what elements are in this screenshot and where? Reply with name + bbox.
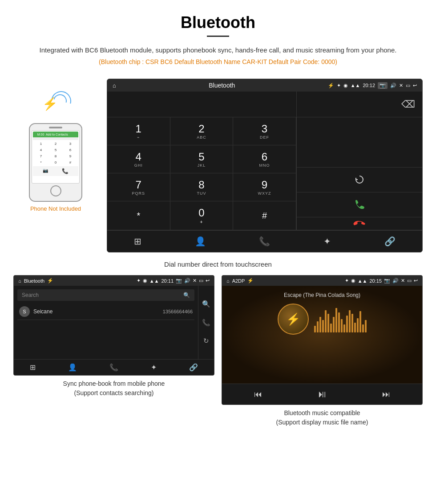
pb-home-icon: ⌂ xyxy=(18,278,21,284)
music-status-left: ⌂ A2DP ⚡ xyxy=(226,278,254,284)
contact-row: S Seicane 13566664466 xyxy=(17,304,194,320)
back-icon[interactable]: ↩ xyxy=(413,83,417,88)
orange-info: (Bluetooth chip : CSR BC6 Default Blueto… xyxy=(27,58,409,65)
pb-side-phone-icon[interactable]: 📞 xyxy=(202,319,210,327)
eq-bar xyxy=(333,317,335,332)
phonebook-status-bar: ⌂ Bluetooth ⚡ ✦ ◉ ▲▲ 20:11 📷 🔊 ✕ ▭ ↩ xyxy=(14,276,214,286)
bottom-nav-bar: ⊞ 👤 📞 ✦ 🔗 xyxy=(107,230,422,252)
music-album-art: ⚡ xyxy=(278,304,309,335)
music-x: ✕ xyxy=(401,278,405,284)
main-section: ⚡ M:00 Add to Contacts 1 2 3 4 5 6 7 xyxy=(0,70,436,257)
phonebook-body-wrapper: Search 🔍 S Seicane 13566664466 🔍 📞 xyxy=(14,286,214,359)
pb-side-search-icon[interactable]: 🔍 xyxy=(202,300,210,308)
phonebook-side-icons: 🔍 📞 ↻ xyxy=(198,286,214,359)
pb-nav-bt[interactable]: ✦ xyxy=(151,363,157,372)
delete-button[interactable]: ⌫ xyxy=(296,92,422,117)
search-bar[interactable]: Search 🔍 xyxy=(17,289,194,301)
key-6[interactable]: 6 MNO xyxy=(233,145,296,173)
music-controls: ⏮ ⏯ ⏭ xyxy=(222,384,422,404)
phone-speaker xyxy=(49,127,62,128)
eq-bar xyxy=(317,321,319,332)
eq-bar xyxy=(319,317,321,332)
dial-display xyxy=(107,92,296,117)
home-icon[interactable]: ⌂ xyxy=(113,82,116,89)
description-text: Integrated with BC6 Bluetooth module, su… xyxy=(27,45,409,56)
pb-nav-grid[interactable]: ⊞ xyxy=(30,363,36,372)
eq-bar xyxy=(349,310,351,332)
car-status-bar: ⌂ Bluetooth ⚡ ✦ ◉ ▲▲ 20:12 📷 🔊 ✕ ▭ ↩ xyxy=(107,79,422,92)
music-signal: ▲▲ xyxy=(358,278,367,284)
phone-call-icon: 📞 xyxy=(62,168,69,174)
music-caption: Bluetooth music compatible (Support disp… xyxy=(222,405,423,429)
phone-not-included-label: Phone Not Included xyxy=(30,205,81,212)
eq-bars xyxy=(314,306,367,332)
music-vol: 🔊 xyxy=(392,278,399,284)
music-cam: 📷 xyxy=(384,278,390,284)
music-bt-status: ✦ xyxy=(345,278,349,284)
camera-btn[interactable]: 📷 xyxy=(378,82,388,89)
nav-phone-icon[interactable]: 📞 xyxy=(259,236,270,247)
dial-caption: Dial number direct from touchscreen xyxy=(0,257,436,275)
key-hash[interactable]: # xyxy=(233,201,296,230)
music-content: Escape (The Pina Colada Song) ⚡ xyxy=(222,286,422,341)
key-1[interactable]: 1 ⌁ xyxy=(107,117,170,145)
pb-nav-link[interactable]: 🔗 xyxy=(189,363,198,372)
music-caption-2: (Support display music file name) xyxy=(276,419,368,426)
pb-nav-user[interactable]: 👤 xyxy=(68,363,77,372)
dialpad-body: 1 ⌁ 2 ABC 3 DEF 4 GHI xyxy=(107,92,422,230)
key-0[interactable]: 0 + xyxy=(170,201,234,230)
phone-body: M:00 Add to Contacts 1 2 3 4 5 6 7 8 9 *… xyxy=(29,123,82,202)
search-placeholder: Search xyxy=(22,292,39,298)
volume-icon[interactable]: 🔊 xyxy=(390,83,396,88)
eq-bar xyxy=(351,314,353,332)
pb-bt-icon: ✦ xyxy=(137,278,141,284)
contact-avatar: S xyxy=(19,306,30,317)
music-min: ▭ xyxy=(407,278,412,284)
music-back: ↩ xyxy=(414,278,418,284)
call-red-button[interactable] xyxy=(296,217,422,230)
key-4[interactable]: 4 GHI xyxy=(107,145,170,173)
eq-bar xyxy=(362,324,364,332)
key-8[interactable]: 8 TUV xyxy=(170,173,234,201)
dialpad-left: 1 ⌁ 2 ABC 3 DEF 4 GHI xyxy=(107,92,296,230)
pb-nav-phone[interactable]: 📞 xyxy=(109,363,118,372)
music-album-bt-icon: ⚡ xyxy=(286,312,300,326)
eq-bar xyxy=(359,311,361,332)
key-3[interactable]: 3 DEF xyxy=(233,117,296,145)
minimize-icon[interactable]: ▭ xyxy=(406,83,410,88)
key-2[interactable]: 2 ABC xyxy=(170,117,234,145)
key-5[interactable]: 5 JKL xyxy=(170,145,234,173)
music-status-bar: ⌂ A2DP ⚡ ✦ ◉ ▲▲ 20:15 📷 🔊 ✕ ▭ ↩ xyxy=(222,276,422,286)
close-icon[interactable]: ✕ xyxy=(399,83,403,88)
music-play-pause-button[interactable]: ⏯ xyxy=(317,388,327,400)
pb-status-right: ✦ ◉ ▲▲ 20:11 📷 🔊 ✕ ▭ ↩ xyxy=(137,278,210,284)
nav-contacts-icon[interactable]: 👤 xyxy=(195,236,206,247)
eq-bar xyxy=(322,320,324,332)
music-prev-button[interactable]: ⏮ xyxy=(254,390,262,399)
key-7[interactable]: 7 PQRS xyxy=(107,173,170,201)
nav-dialpad-icon[interactable]: ⊞ xyxy=(134,236,141,247)
phonebook-block: ⌂ Bluetooth ⚡ ✦ ◉ ▲▲ 20:11 📷 🔊 ✕ ▭ ↩ xyxy=(13,275,214,429)
pb-x: ✕ xyxy=(193,278,197,284)
refresh-button[interactable] xyxy=(296,168,422,192)
pb-caption-1: Sync phone-book from mobile phone xyxy=(63,380,165,387)
music-next-button[interactable]: ⏭ xyxy=(382,390,390,399)
key-9[interactable]: 9 WXYZ xyxy=(233,173,296,201)
music-screenshot: ⌂ A2DP ⚡ ✦ ◉ ▲▲ 20:15 📷 🔊 ✕ ▭ ↩ xyxy=(222,275,423,405)
pb-vol: 🔊 xyxy=(184,278,190,284)
music-usb-icon: ⚡ xyxy=(247,278,254,284)
phonebook-empty-space xyxy=(17,320,194,356)
pb-min: ▭ xyxy=(199,278,203,284)
nav-link-icon[interactable]: 🔗 xyxy=(384,236,396,247)
bluetooth-waves: ⚡ xyxy=(38,92,73,119)
call-green-button[interactable] xyxy=(296,192,422,217)
key-star[interactable]: * xyxy=(107,201,170,230)
music-body: Escape (The Pina Colada Song) ⚡ xyxy=(222,286,422,384)
music-song-title: Escape (The Pina Colada Song) xyxy=(284,292,360,298)
pb-caption-2: (Support contacts searching) xyxy=(74,389,154,396)
phonebook-screenshot: ⌂ Bluetooth ⚡ ✦ ◉ ▲▲ 20:11 📷 🔊 ✕ ▭ ↩ xyxy=(13,275,214,376)
nav-bluetooth-icon[interactable]: ✦ xyxy=(323,236,331,247)
pb-side-refresh-icon[interactable]: ↻ xyxy=(203,337,209,345)
pb-back: ↩ xyxy=(206,278,210,284)
phonebook-caption: Sync phone-book from mobile phone (Suppo… xyxy=(13,376,214,400)
